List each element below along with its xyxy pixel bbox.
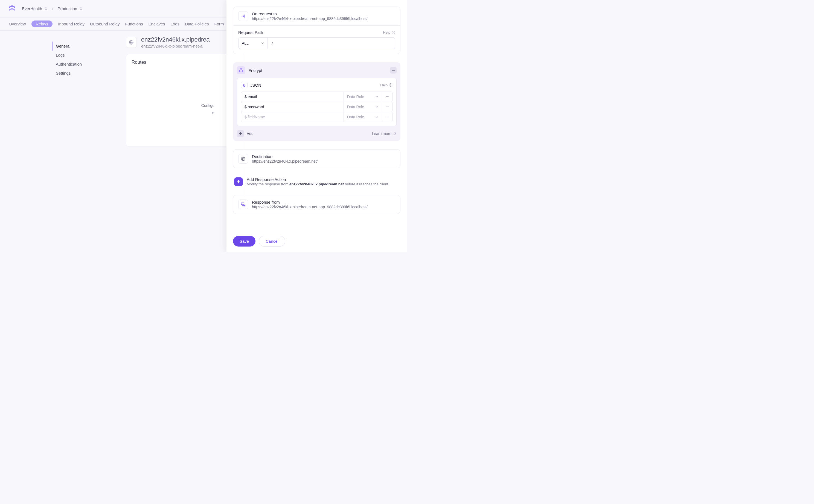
- svg-text:?: ?: [390, 84, 391, 86]
- lock-icon-box: [237, 66, 245, 74]
- response-action-sub: Modify the response from enz22fv2n46kl.x…: [247, 182, 389, 186]
- breadcrumb-env[interactable]: Production: [57, 6, 83, 11]
- breadcrumb: EverHealth / Production: [22, 6, 83, 11]
- tab-outbound-relay[interactable]: Outbound Relay: [90, 22, 119, 26]
- add-response-action[interactable]: Add Response Action Modify the response …: [233, 177, 400, 187]
- tab-relays[interactable]: Relays: [31, 20, 53, 27]
- globe-icon-box: [126, 37, 137, 48]
- response-icon: [241, 202, 246, 207]
- sidebar: General Logs Authentication Settings: [0, 36, 71, 147]
- request-path-label: Request Path: [238, 30, 263, 35]
- svg-rect-11: [241, 203, 244, 205]
- help-icon: ?: [391, 31, 395, 34]
- collapse-button[interactable]: [390, 67, 397, 74]
- svg-rect-9: [386, 117, 389, 117]
- chevron-down-icon: [261, 42, 264, 44]
- tab-form[interactable]: Form: [215, 22, 224, 26]
- plus-icon: [237, 180, 241, 184]
- breadcrumb-separator: /: [52, 6, 53, 11]
- destination-title: Destination: [252, 154, 318, 159]
- response-from-url: https://enz22fv2n46kl-x-pipedream-net-ap…: [252, 205, 368, 209]
- globe-icon: [129, 40, 134, 45]
- request-card: On request to https://enz22fv2n46kl-x-pi…: [233, 7, 400, 54]
- svg-rect-3: [240, 70, 242, 72]
- minus-icon: [386, 107, 389, 107]
- tab-functions[interactable]: Functions: [125, 22, 143, 26]
- tab-enclaves[interactable]: Enclaves: [148, 22, 165, 26]
- destination-url: https://enz22fv2n46kl.x.pipedream.net/: [252, 159, 318, 163]
- remove-row-2[interactable]: [382, 112, 393, 122]
- path-input[interactable]: [268, 37, 395, 49]
- sidebar-item-authentication[interactable]: Authentication: [52, 60, 71, 69]
- save-button[interactable]: Save: [233, 236, 256, 247]
- json-title: JSON: [250, 83, 377, 87]
- chevron-down-icon: [375, 116, 379, 118]
- breadcrumb-org[interactable]: EverHealth: [22, 6, 48, 11]
- request-url: https://enz22fv2n46kl-x-pipedream-net-ap…: [252, 16, 368, 21]
- external-link-icon: [393, 132, 397, 136]
- tab-inbound-relay[interactable]: Inbound Relay: [58, 22, 84, 26]
- chevron-updown-icon: [44, 7, 48, 11]
- chevron-down-icon: [375, 96, 379, 98]
- connector: [243, 187, 243, 195]
- svg-rect-4: [392, 70, 395, 71]
- plus-icon: [237, 130, 244, 137]
- remove-row-0[interactable]: [382, 92, 393, 102]
- role-select-1[interactable]: Data Role: [344, 102, 382, 112]
- destination-card: Destination https://enz22fv2n46kl.x.pipe…: [233, 149, 400, 168]
- remove-row-1[interactable]: [382, 102, 393, 112]
- tab-data-policies[interactable]: Data Policies: [185, 22, 209, 26]
- response-from-card: Response from https://enz22fv2n46kl-x-pi…: [233, 195, 400, 214]
- request-title: On request to: [252, 11, 368, 16]
- tab-overview[interactable]: Overview: [9, 22, 26, 26]
- tab-logs[interactable]: Logs: [170, 22, 179, 26]
- minus-icon: [386, 117, 389, 117]
- minus-icon: [386, 96, 389, 97]
- encrypt-card: Encrypt {} JSON Help ?: [233, 62, 400, 141]
- logo-icon: [8, 4, 16, 13]
- drawer-footer: Save Cancel: [227, 230, 407, 252]
- json-help[interactable]: Help ?: [380, 83, 393, 87]
- drawer: On request to https://enz22fv2n46kl-x-pi…: [227, 0, 407, 252]
- arrow-in-icon: [238, 11, 248, 21]
- sidebar-item-general[interactable]: General: [52, 42, 71, 51]
- field-row: Data Role: [241, 102, 393, 112]
- sidebar-item-settings[interactable]: Settings: [52, 69, 71, 78]
- connector: [243, 168, 243, 177]
- connector: [243, 54, 243, 62]
- help-icon: ?: [389, 83, 393, 87]
- globe-icon-box: [238, 154, 248, 164]
- response-from-title: Response from: [252, 200, 368, 204]
- sidebar-item-logs[interactable]: Logs: [52, 51, 71, 60]
- response-action-title: Add Response Action: [247, 177, 389, 182]
- request-help[interactable]: Help ?: [383, 30, 395, 34]
- field-input-1[interactable]: [241, 102, 344, 112]
- page-subtitle: enz22fv2n46kl-x-pipedream-net-a: [141, 44, 210, 48]
- field-row: Data Role: [241, 112, 393, 122]
- json-icon: {}: [241, 82, 248, 88]
- svg-text:?: ?: [393, 31, 394, 34]
- learn-more-link[interactable]: Learn more: [372, 131, 397, 136]
- lock-icon: [239, 68, 243, 72]
- globe-icon: [241, 156, 246, 161]
- role-select-2[interactable]: Data Role: [344, 112, 382, 122]
- chevron-updown-icon: [79, 7, 83, 11]
- chevron-down-icon: [375, 106, 379, 108]
- plus-badge-icon: [234, 177, 243, 186]
- svg-rect-7: [386, 96, 389, 97]
- field-input-0[interactable]: [241, 92, 344, 102]
- encrypt-title: Encrypt: [248, 68, 387, 73]
- add-field[interactable]: Add: [237, 130, 254, 137]
- field-row: Data Role: [241, 92, 393, 102]
- page-title: enz22fv2n46kl.x.pipedrea: [141, 36, 210, 43]
- svg-rect-8: [386, 107, 389, 107]
- method-select[interactable]: ALL: [238, 37, 268, 49]
- connector: [243, 141, 243, 149]
- field-input-2[interactable]: [241, 112, 344, 122]
- json-card: {} JSON Help ? Data Role: [237, 78, 397, 126]
- cancel-button[interactable]: Cancel: [259, 236, 285, 247]
- role-select-0[interactable]: Data Role: [344, 92, 382, 102]
- logo[interactable]: [8, 4, 16, 13]
- response-icon-box: [238, 200, 248, 209]
- minus-icon: [392, 70, 395, 71]
